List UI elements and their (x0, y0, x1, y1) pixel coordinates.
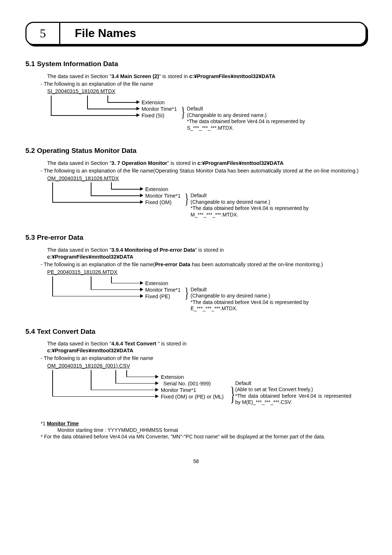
s3-label-extension: Extension (145, 280, 168, 287)
s2-diagram: Extension Monitor Time*1 Fixed (OM) } De… (47, 182, 367, 222)
s1-diagram: Extension Monitor Time*1 Fixed (SI) } De… (47, 96, 367, 135)
s3-notes: Default (Changeable to any desired name.… (191, 287, 328, 312)
page-number: 58 (25, 458, 367, 465)
s1-intro: The data saved in Section "3.4 Main Scre… (47, 73, 367, 80)
s1-label-fixed: Fixed (SI) (142, 112, 164, 119)
s2-label-extension: Extension (145, 186, 168, 193)
section-5-3-heading: 5.3 Pre-error Data (25, 233, 367, 242)
s2-notes: Default (Changeable to any desired name.… (191, 193, 328, 218)
s4-label-extension: Extension (161, 374, 184, 381)
section-5-4-heading: 5.4 Text Convert Data (25, 327, 367, 336)
section-5-1-heading: 5.1 System Information Data (25, 60, 367, 69)
s2-filename: OM_20040315_181026.MTDX (47, 175, 367, 182)
section-5-2-heading: 5.2 Operating Status Monitor Data (25, 146, 367, 155)
s3-diagram: Extension Monitor Time*1 Fixed (PE) } De… (47, 276, 367, 316)
footnotes: *1 Monitor Time Monitor starting time : … (47, 420, 367, 440)
s4-notes: Default (Able to set at Text Convert fre… (235, 380, 351, 406)
s4-intro: The data saved in Section "4.6.4 Text Co… (47, 340, 367, 354)
s2-bullet: - The following is an explanation of the… (41, 167, 367, 174)
chapter-title: File Names (60, 23, 136, 44)
s4-label-fixed: Fixed (OM) or (PE) or (ML) (161, 393, 224, 400)
s2-label-time: Monitor Time*1 (145, 193, 181, 199)
s1-bullet: - The following is an explanation of the… (41, 81, 367, 88)
s4-label-time: Monitor Time*1 (161, 387, 196, 394)
s4-diagram: Extension Serial No. (001-999) Monitor T… (47, 370, 367, 417)
s1-label-extension: Extension (142, 99, 165, 106)
s4-label-serial: Serial No. (001-999) (163, 380, 211, 387)
chapter-number: 5 (26, 23, 60, 44)
s3-bullet: - The following is an explanation of the… (41, 261, 367, 268)
s2-intro: The data saved in Section "3. 7 Operatio… (47, 160, 367, 167)
s1-notes: Default (Changeable to any desired name.… (187, 106, 325, 131)
s3-label-time: Monitor Time*1 (145, 287, 181, 293)
s2-label-fixed: Fixed (OM) (145, 199, 172, 206)
s3-intro: The data saved in Section "3.9.4 Monitor… (47, 247, 367, 260)
s1-label-time: Monitor Time*1 (142, 106, 177, 113)
chapter-title-box: 5 File Names (25, 22, 367, 45)
s4-filename: OM_20040315_181026_(001).CSV (47, 362, 367, 369)
s3-label-fixed: Fixed (PE) (145, 293, 170, 300)
s4-bullet: - The following is an explanation of the… (41, 355, 367, 362)
s3-filename: PE_20040315_181026.MTDX (47, 269, 367, 276)
s1-filename: SI_20040315_181026.MTDX (47, 88, 367, 95)
